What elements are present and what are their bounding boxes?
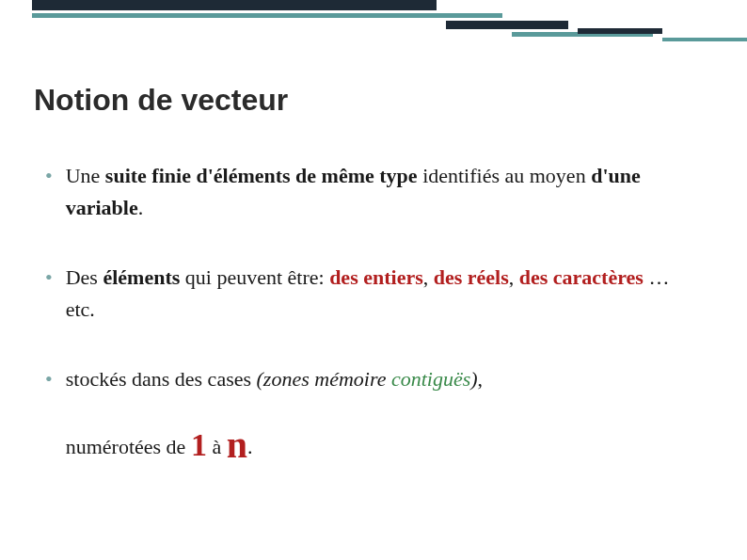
text-bold-red: des réels bbox=[434, 265, 509, 289]
slide-content: • Une suite finie d'éléments de même typ… bbox=[45, 160, 702, 512]
text: numérotées de bbox=[66, 435, 191, 458]
text: Des bbox=[66, 265, 103, 289]
bullet-item-1: • Une suite finie d'éléments de même typ… bbox=[45, 160, 702, 224]
bullet-body: stockés dans des cases (zones mémoire co… bbox=[66, 363, 702, 474]
bullet-marker-icon: • bbox=[45, 363, 53, 395]
decorative-top-bars bbox=[32, 0, 747, 45]
text: stockés dans des cases bbox=[66, 367, 257, 391]
bullet-body: Une suite finie d'éléments de même type … bbox=[66, 160, 702, 224]
bullet-subline: numérotées de 1 à n. bbox=[66, 416, 702, 474]
bullet-body: Des éléments qui peuvent être: des entie… bbox=[66, 262, 702, 326]
bullet-marker-icon: • bbox=[45, 160, 53, 192]
text: identifiés au moyen bbox=[418, 164, 592, 187]
text-italic: ) bbox=[470, 367, 477, 391]
text: . bbox=[138, 196, 144, 219]
text: qui peuvent être: bbox=[180, 265, 329, 289]
text: , bbox=[423, 265, 434, 289]
bullet-item-3: • stockés dans des cases (zones mémoire … bbox=[45, 363, 702, 474]
text: , bbox=[478, 367, 484, 391]
text: Une bbox=[66, 164, 105, 187]
text-italic: (zones mémoire bbox=[257, 367, 391, 391]
bullet-item-2: • Des éléments qui peuvent être: des ent… bbox=[45, 262, 702, 326]
text-bold: éléments bbox=[103, 265, 180, 289]
text: . bbox=[247, 435, 253, 458]
text-italic-green: contiguës bbox=[391, 367, 470, 391]
text-bold-red: des caractères bbox=[519, 265, 644, 289]
text: , bbox=[509, 265, 519, 289]
number-n: n bbox=[227, 424, 247, 466]
number-one: 1 bbox=[191, 427, 207, 462]
text: à bbox=[207, 435, 227, 458]
bullet-marker-icon: • bbox=[45, 262, 53, 294]
text-bold-red: des entiers bbox=[329, 265, 423, 289]
text-bold: suite finie d'éléments de même type bbox=[105, 164, 418, 187]
slide-title: Notion de vecteur bbox=[34, 83, 288, 118]
